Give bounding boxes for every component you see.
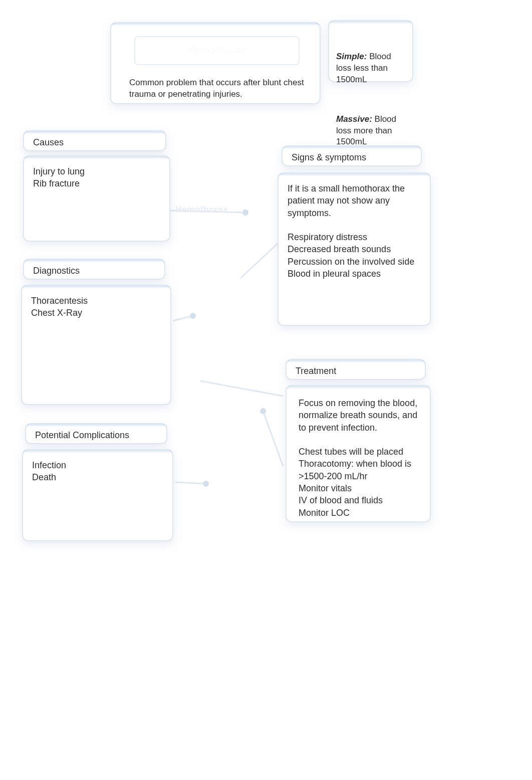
svg-point-1 xyxy=(242,210,248,216)
treatment-header-box: Treatment xyxy=(286,359,426,380)
complications-body: Infection Death xyxy=(32,456,163,484)
treatment-header: Treatment xyxy=(296,366,336,376)
causes-header: Causes xyxy=(33,137,64,147)
main-title-text: Hemothorax xyxy=(188,44,246,55)
svg-line-7 xyxy=(200,381,283,396)
diagnostics-body: Thoracentesis Chest X-Ray xyxy=(31,292,161,319)
diagnostics-body-box: Thoracentesis Chest X-Ray xyxy=(21,285,171,405)
complications-body-box: Infection Death xyxy=(22,449,173,541)
signs-body: If it is a small hemothorax the patient … xyxy=(288,179,421,280)
svg-point-3 xyxy=(190,313,196,319)
svg-line-8 xyxy=(263,411,283,466)
causes-header-box: Causes xyxy=(23,130,166,151)
classification-massive: Massive: Blood loss more than 1500mL xyxy=(336,102,405,148)
simple-label: Simple: xyxy=(336,52,367,61)
massive-label: Massive: xyxy=(336,114,372,124)
causes-body-box: Injury to lung Rib fracture xyxy=(23,155,170,242)
classification-content: Simple: Blood loss less than 1500mL Mass… xyxy=(336,28,405,159)
complications-header-box: Potential Complications xyxy=(25,423,167,444)
classification-box: Simple: Blood loss less than 1500mL Mass… xyxy=(328,20,413,82)
complications-header: Potential Complications xyxy=(35,430,129,440)
treatment-body: Focus on removing the blood, normalize b… xyxy=(299,397,418,519)
diagnostics-header: Diagnostics xyxy=(33,266,80,276)
central-label: Hemothorax xyxy=(175,205,228,215)
svg-point-9 xyxy=(260,408,266,414)
signs-header: Signs & symptoms xyxy=(292,152,366,162)
treatment-body-box: Focus on removing the blood, normalize b… xyxy=(286,385,431,522)
svg-line-4 xyxy=(175,482,206,484)
main-description: Common problem that occurs after blunt c… xyxy=(129,77,309,100)
signs-header-box: Signs & symptoms xyxy=(282,145,422,166)
svg-line-6 xyxy=(240,243,278,278)
classification-simple: Simple: Blood loss less than 1500mL xyxy=(336,40,405,86)
diagnostics-header-box: Diagnostics xyxy=(23,259,165,280)
causes-body: Injury to lung Rib fracture xyxy=(33,162,160,190)
main-title: Hemothorax xyxy=(134,36,300,65)
signs-body-box: If it is a small hemothorax the patient … xyxy=(278,172,431,326)
svg-line-2 xyxy=(173,316,193,321)
svg-point-5 xyxy=(203,481,209,487)
